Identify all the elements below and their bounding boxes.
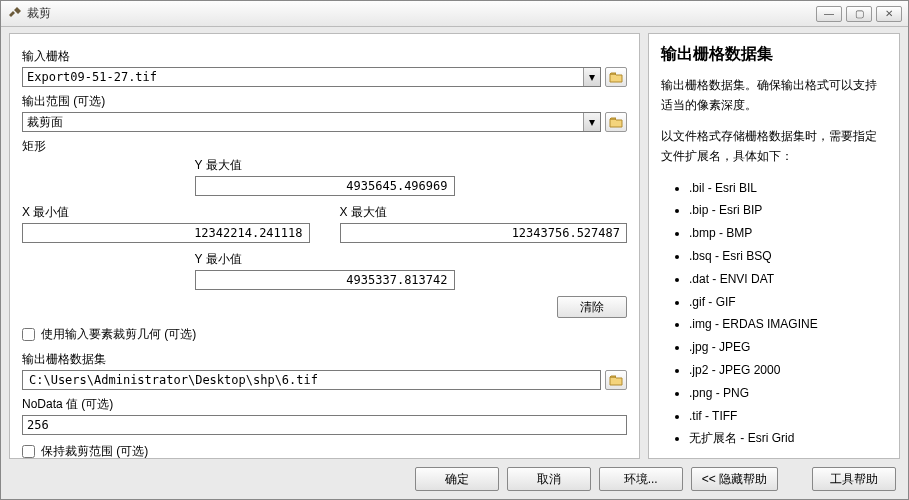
hammer-icon [7, 7, 21, 21]
maximize-button[interactable]: ▢ [846, 6, 872, 22]
parameters-panel: 输入栅格 ▾ 输出范围 (可选) ▾ [9, 33, 640, 459]
tool-help-button[interactable]: 工具帮助 [812, 467, 896, 491]
help-paragraph-1: 输出栅格数据集。确保输出格式可以支持适当的像素深度。 [661, 75, 887, 116]
help-panel: 输出栅格数据集 输出栅格数据集。确保输出格式可以支持适当的像素深度。 以文件格式… [648, 33, 900, 459]
list-item: .png - PNG [689, 382, 887, 405]
dialog-body: 输入栅格 ▾ 输出范围 (可选) ▾ [1, 27, 908, 459]
ymin-input[interactable] [195, 270, 455, 290]
maintain-extent-label: 保持裁剪范围 (可选) [41, 443, 148, 459]
rectangle-extent: 矩形 Y 最大值 X 最小值 X 最大值 [22, 138, 627, 318]
minimize-button[interactable]: — [816, 6, 842, 22]
help-heading: 输出栅格数据集 [661, 44, 887, 65]
list-item: .dat - ENVI DAT [689, 268, 887, 291]
list-item: .gif - GIF [689, 291, 887, 314]
dialog-window: 裁剪 — ▢ ✕ 输入栅格 ▾ 输出范围 (可选) [0, 0, 909, 500]
ok-button[interactable]: 确定 [415, 467, 499, 491]
window-title: 裁剪 [27, 5, 816, 22]
environments-button[interactable]: 环境... [599, 467, 683, 491]
list-item: .tif - TIFF [689, 405, 887, 428]
close-button[interactable]: ✕ [876, 6, 902, 22]
input-raster-combo[interactable] [22, 67, 601, 87]
dialog-footer: 确定 取消 环境... << 隐藏帮助 工具帮助 [1, 459, 908, 499]
browse-input-raster-button[interactable] [605, 67, 627, 87]
output-raster-input[interactable]: C:\Users\Administrator\Desktop\shp\6.tif [22, 370, 601, 390]
list-item: .jpg - JPEG [689, 336, 887, 359]
input-raster-label: 输入栅格 [22, 48, 627, 65]
clear-extent-button[interactable]: 清除 [557, 296, 627, 318]
list-item: .img - ERDAS IMAGINE [689, 313, 887, 336]
use-features-checkbox-row[interactable]: 使用输入要素裁剪几何 (可选) [22, 326, 627, 343]
list-item: .bmp - BMP [689, 222, 887, 245]
maintain-extent-checkbox[interactable] [22, 445, 35, 458]
hide-help-button[interactable]: << 隐藏帮助 [691, 467, 778, 491]
nodata-label: NoData 值 (可选) [22, 396, 627, 413]
xmin-label: X 最小值 [22, 204, 310, 221]
help-paragraph-2: 以文件格式存储栅格数据集时，需要指定文件扩展名，具体如下： [661, 126, 887, 167]
list-item: .bsq - Esri BSQ [689, 245, 887, 268]
output-extent-label: 输出范围 (可选) [22, 93, 627, 110]
use-features-label: 使用输入要素裁剪几何 (可选) [41, 326, 196, 343]
list-item: .bil - Esri BIL [689, 177, 887, 200]
cancel-button[interactable]: 取消 [507, 467, 591, 491]
use-features-checkbox[interactable] [22, 328, 35, 341]
xmax-input[interactable] [340, 223, 628, 243]
ymin-label: Y 最小值 [195, 251, 455, 268]
nodata-input[interactable] [22, 415, 627, 435]
xmax-label: X 最大值 [340, 204, 628, 221]
list-item: 无扩展名 - Esri Grid [689, 427, 887, 450]
output-raster-label: 输出栅格数据集 [22, 351, 627, 368]
browse-output-extent-button[interactable] [605, 112, 627, 132]
output-extent-combo-wrap: ▾ [22, 112, 601, 132]
help-format-list: .bil - Esri BIL .bip - Esri BIP .bmp - B… [689, 177, 887, 451]
browse-output-raster-button[interactable] [605, 370, 627, 390]
window-controls: — ▢ ✕ [816, 6, 902, 22]
ymax-input[interactable] [195, 176, 455, 196]
titlebar: 裁剪 — ▢ ✕ [1, 1, 908, 27]
list-item: .bip - Esri BIP [689, 199, 887, 222]
input-raster-combo-wrap: ▾ [22, 67, 601, 87]
list-item: .jp2 - JPEG 2000 [689, 359, 887, 382]
output-extent-combo[interactable] [22, 112, 601, 132]
ymax-label: Y 最大值 [195, 157, 455, 174]
xmin-input[interactable] [22, 223, 310, 243]
rectangle-label: 矩形 [22, 138, 627, 155]
maintain-extent-checkbox-row[interactable]: 保持裁剪范围 (可选) [22, 443, 627, 459]
